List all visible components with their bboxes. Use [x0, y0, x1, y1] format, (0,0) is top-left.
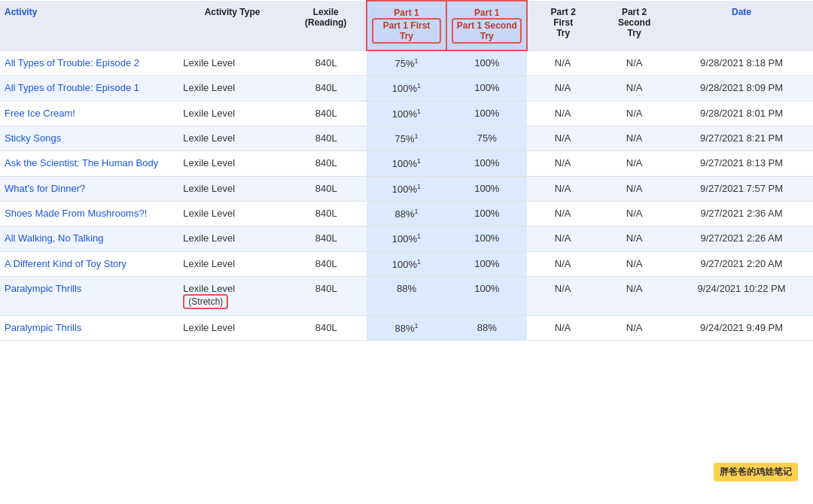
p2second-cell: N/A: [598, 151, 670, 176]
p2second-cell: N/A: [598, 226, 670, 251]
lexile-cell: 840L: [286, 151, 367, 176]
type-cell: Lexile Level: [178, 76, 285, 101]
type-cell: Lexile Level(Stretch): [178, 276, 285, 315]
activity-link[interactable]: What's for Dinner?: [5, 183, 85, 194]
p2second-cell: N/A: [598, 76, 670, 101]
p1first-cell: 100%1: [367, 76, 447, 101]
table-row: Paralympic ThrillsLexile Level(Stretch)8…: [0, 276, 813, 315]
p2first-cell: N/A: [527, 315, 598, 340]
p2second-cell: N/A: [598, 176, 670, 201]
type-cell: Lexile Level: [178, 176, 285, 201]
p1second-cell: 100%: [446, 251, 527, 276]
header-p2first: Part 2 First Try: [527, 1, 598, 50]
p1first-cell: 100%1: [367, 226, 447, 251]
activity-cell: Sticky Songs: [0, 126, 178, 150]
p2first-cell: N/A: [527, 176, 598, 201]
activity-link[interactable]: All Types of Trouble: Episode 2: [5, 57, 139, 68]
p1first-cell: 75%1: [367, 126, 447, 150]
activity-link[interactable]: All Types of Trouble: Episode 1: [5, 82, 139, 93]
table-row: Paralympic ThrillsLexile Level840L88%188…: [0, 315, 813, 340]
p1first-cell: 88%: [367, 276, 447, 315]
lexile-cell: 840L: [286, 201, 367, 226]
lexile-cell: 840L: [286, 226, 367, 251]
p2second-cell: N/A: [598, 276, 670, 315]
p1first-cell: 75%1: [367, 50, 447, 76]
p1first-cell: 100%1: [367, 176, 447, 201]
activity-link[interactable]: Sticky Songs: [5, 132, 61, 144]
p1first-cell: 88%1: [367, 315, 447, 340]
activity-cell: Shoes Made From Mushrooms?!: [0, 201, 178, 226]
p2first-cell: N/A: [527, 251, 598, 276]
activity-cell: Ask the Scientist: The Human Body: [0, 151, 178, 176]
p2second-cell: N/A: [598, 101, 670, 126]
p1second-cell: 100%: [446, 226, 527, 251]
table-row: Sticky SongsLexile Level840L75%175%N/AN/…: [0, 126, 813, 150]
header-date: Date: [670, 1, 813, 50]
p2second-cell: N/A: [598, 126, 670, 150]
header-type: Activity Type: [178, 1, 285, 50]
p1second-cell: 100%: [446, 151, 527, 176]
activity-link[interactable]: All Walking, No Talking: [5, 232, 104, 244]
date-cell: 9/27/2021 2:20 AM: [670, 251, 813, 276]
table-row: All Types of Trouble: Episode 2Lexile Le…: [0, 50, 813, 76]
activity-sort-link[interactable]: Activity: [5, 7, 37, 17]
p1first-cell: 100%1: [367, 151, 447, 176]
p1second-cell: 100%: [446, 276, 527, 315]
activity-link[interactable]: Paralympic Thrills: [5, 283, 81, 294]
lexile-cell: 840L: [286, 126, 367, 150]
p1first-label: Part 1 First Try: [372, 18, 442, 44]
stretch-badge: (Stretch): [183, 294, 228, 309]
activity-link[interactable]: Paralympic Thrills: [5, 322, 81, 333]
activity-link[interactable]: Shoes Made From Mushrooms?!: [5, 208, 147, 219]
lexile-cell: 840L: [286, 76, 367, 101]
date-cell: 9/27/2021 7:57 PM: [670, 176, 813, 201]
p2first-cell: N/A: [527, 151, 598, 176]
p2second-cell: N/A: [598, 201, 670, 226]
header-p1second: Part 1 Part 1 Second Try: [446, 1, 527, 50]
p1second-cell: 100%: [446, 101, 527, 126]
p1second-cell: 88%: [446, 315, 527, 340]
activity-link[interactable]: Ask the Scientist: The Human Body: [5, 157, 158, 169]
type-cell: Lexile Level: [178, 226, 285, 251]
type-cell: Lexile Level: [178, 151, 285, 176]
p2second-cell: N/A: [598, 50, 670, 76]
header-activity: Activity: [0, 1, 178, 50]
p2first-cell: N/A: [527, 101, 598, 126]
date-sort-link[interactable]: Date: [732, 7, 751, 17]
lexile-cell: 840L: [286, 50, 367, 76]
type-cell: Lexile Level: [178, 126, 285, 150]
type-cell: Lexile Level: [178, 50, 285, 76]
date-cell: 9/27/2021 8:13 PM: [670, 151, 813, 176]
p2first-cell: N/A: [527, 201, 598, 226]
activity-cell: All Types of Trouble: Episode 1: [0, 76, 178, 101]
lexile-cell: 840L: [286, 276, 367, 315]
p2second-cell: N/A: [598, 315, 670, 340]
header-lexile: Lexile (Reading): [286, 1, 367, 50]
date-cell: 9/27/2021 8:21 PM: [670, 126, 813, 150]
table-row: Ask the Scientist: The Human BodyLexile …: [0, 151, 813, 176]
activity-cell: All Types of Trouble: Episode 2: [0, 50, 178, 76]
activity-cell: Paralympic Thrills: [0, 276, 178, 315]
lexile-cell: 840L: [286, 315, 367, 340]
activity-cell: A Different Kind of Toy Story: [0, 251, 178, 276]
p2second-cell: N/A: [598, 251, 670, 276]
p1first-cell: 100%1: [367, 251, 447, 276]
type-cell: Lexile Level: [178, 251, 285, 276]
activity-cell: All Walking, No Talking: [0, 226, 178, 251]
table-row: Free Ice Cream!Lexile Level840L100%1100%…: [0, 101, 813, 126]
activity-link[interactable]: Free Ice Cream!: [5, 108, 75, 119]
p1second-cell: 75%: [446, 126, 527, 150]
p1second-cell: 100%: [446, 176, 527, 201]
p1second-cell: 100%: [446, 201, 527, 226]
type-cell: Lexile Level: [178, 201, 285, 226]
date-cell: 9/24/2021 10:22 PM: [670, 276, 813, 315]
table-row: What's for Dinner?Lexile Level840L100%11…: [0, 176, 813, 201]
date-cell: 9/24/2021 9:49 PM: [670, 315, 813, 340]
activity-link[interactable]: A Different Kind of Toy Story: [5, 258, 126, 269]
date-cell: 9/28/2021 8:18 PM: [670, 50, 813, 76]
date-cell: 9/28/2021 8:09 PM: [670, 76, 813, 101]
activity-cell: What's for Dinner?: [0, 176, 178, 201]
date-cell: 9/27/2021 2:26 AM: [670, 226, 813, 251]
header-p1first: Part 1 Part 1 First Try: [367, 1, 447, 50]
activity-cell: Free Ice Cream!: [0, 101, 178, 126]
